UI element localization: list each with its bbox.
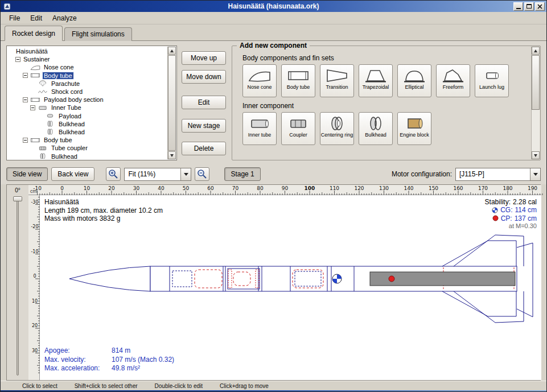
tree-item-bulkhead[interactable]: Bulkhead [8, 128, 167, 136]
design-section: HaisunäätäSustainerNose coneBody tubePar… [1, 41, 546, 164]
zoom-out-button[interactable] [195, 167, 209, 181]
title-bar: Haisunäätä (haisunaata.ork) [1, 1, 546, 12]
add-bulkhead-button[interactable]: Bulkhead [359, 112, 393, 145]
vertical-ruler: -30-20-100102030 [28, 195, 40, 380]
tab-bar: Rocket designFlight simulations [1, 24, 546, 41]
scroll-down-icon[interactable] [168, 151, 176, 159]
tree-item-bulkhead[interactable]: Bulkhead [8, 152, 167, 159]
scroll-down-icon[interactable] [532, 151, 540, 159]
tree-item-bulkhead[interactable]: Bulkhead [8, 120, 167, 128]
add-transition-button[interactable]: Transition [320, 64, 354, 97]
nose-cone-icon [30, 64, 41, 71]
menu-item-analyze[interactable]: Analyze [47, 13, 82, 23]
tree-item-label: Inner Tube [50, 104, 83, 111]
collapse-icon[interactable] [23, 138, 28, 143]
add-launch-lug-button[interactable]: Launch lug [475, 64, 509, 97]
tree-item-label: Bulkhead [50, 153, 79, 159]
add-body-tube-button[interactable]: Body tube [281, 64, 315, 97]
view-toolbar: Side view Back view Fit (11%) Stage 1 Mo… [1, 164, 546, 184]
status-hint: Double-click to edit [155, 383, 203, 389]
collapse-icon[interactable] [23, 73, 28, 78]
zoom-select[interactable]: Fit (11%) [124, 168, 191, 181]
bulkhead-icon [364, 115, 388, 132]
shock-cord-icon [37, 88, 48, 96]
add-panel-scrollbar[interactable] [531, 47, 540, 159]
inner-tube-icon [37, 104, 48, 112]
elliptical-fin-icon [402, 67, 426, 84]
tab-flight-simulations[interactable]: Flight simulations [64, 27, 132, 41]
svg-text:-10: -10 [31, 249, 38, 254]
add-nose-cone-button[interactable]: Nose cone [242, 64, 277, 97]
tree-item-tube-coupler[interactable]: Tube coupler [8, 144, 167, 152]
tab-rocket-design[interactable]: Rocket design [5, 26, 63, 41]
rotation-slider-thumb[interactable] [13, 196, 22, 201]
add-elliptical-button[interactable]: Elliptical [397, 64, 431, 97]
zoom-in-button[interactable] [106, 167, 121, 181]
stage-1-toggle[interactable]: Stage 1 [224, 167, 260, 181]
move-down-button[interactable]: Move down [182, 70, 226, 84]
centering-ring-icon [325, 115, 349, 132]
menu-item-file[interactable]: File [4, 13, 25, 23]
tree-item-shock-cord[interactable]: Shock cord [8, 88, 167, 96]
add-centering-ring-button[interactable]: Centering ring [320, 112, 354, 145]
rotation-angle-label: 0° [7, 185, 28, 195]
nose-cone-icon [248, 67, 272, 84]
rocket-canvas[interactable]: Haisunäätä Length 189 cm, max. diameter … [40, 195, 541, 380]
rocket-length: Length 189 cm, max. diameter 10.2 cm [44, 207, 163, 215]
tree-item-payload-body-section[interactable]: Payload body section [8, 96, 167, 104]
tree-item-inner-tube[interactable]: Inner Tube [8, 104, 167, 112]
tree-item-payload[interactable]: Payload [8, 112, 167, 120]
group-label-body-components-and-fin-sets: Body components and fin sets [242, 54, 527, 62]
svg-text:110: 110 [330, 185, 339, 191]
svg-text:30: 30 [32, 348, 38, 353]
tree-item-label: Bulkhead [57, 121, 86, 127]
tree-item-label: Body tube [43, 72, 73, 79]
tree-scrollbar[interactable] [167, 47, 176, 159]
tree-action-buttons: Move upMove downEditNew stageDelete [182, 46, 226, 160]
collapse-icon[interactable] [15, 57, 20, 62]
body-tube-icon [30, 96, 41, 104]
rotation-slider-track [17, 197, 19, 376]
close-button[interactable] [535, 2, 545, 11]
add-engine-block-button[interactable]: Engine block [397, 112, 431, 145]
tree-item-nose-cone[interactable]: Nose cone [8, 63, 167, 71]
tree-item-parachute[interactable]: Parachute [8, 80, 167, 88]
back-view-button[interactable]: Back view [51, 167, 94, 181]
body-tube-icon [286, 67, 310, 84]
scroll-up-icon[interactable] [168, 47, 176, 55]
collapse-icon[interactable] [23, 97, 28, 102]
body-tube-icon [30, 72, 41, 79]
move-up-button[interactable]: Move up [182, 51, 226, 65]
edit-button[interactable]: Edit [182, 96, 226, 109]
motor-config-select[interactable]: [J115-P] [455, 168, 541, 181]
maximize-button[interactable] [524, 2, 534, 11]
side-view-button[interactable]: Side view [6, 167, 48, 181]
rocket-name: Haisunäätä [44, 198, 163, 207]
collapse-icon[interactable] [30, 105, 35, 110]
coupler-icon [286, 115, 310, 132]
body-tube-icon [30, 137, 41, 144]
scrollbar-thumb[interactable] [168, 55, 176, 151]
svg-text:60: 60 [207, 185, 214, 191]
menu-item-edit[interactable]: Edit [25, 13, 47, 23]
tree-item-haisun-t[interactable]: Haisunäätä [8, 47, 167, 55]
scroll-up-icon[interactable] [532, 47, 540, 55]
add-coupler-button[interactable]: Coupler [281, 112, 315, 145]
tree-item-body-tube[interactable]: Body tube [8, 72, 167, 80]
add-inner-tube-button[interactable]: Inner tube [242, 112, 277, 145]
add-freeform-button[interactable]: Freeform [436, 64, 470, 97]
rocket-mass: Mass with motors 3832 g [44, 214, 163, 223]
tree-item-body-tube[interactable]: Body tube [8, 136, 167, 144]
add-trapezoidal-button[interactable]: Trapezoidal [359, 64, 393, 97]
svg-text:160: 160 [453, 185, 463, 191]
rotation-slider[interactable] [7, 195, 28, 380]
new-stage-button[interactable]: New stage [182, 119, 226, 133]
tree-item-sustainer[interactable]: Sustainer [8, 55, 167, 63]
status-hint: Shift+click to select other [75, 383, 138, 389]
minimize-button[interactable] [513, 2, 523, 11]
motor-config-value: [J115-P] [456, 170, 530, 178]
svg-text:100: 100 [305, 185, 315, 191]
trapezoidal-fin-icon [364, 67, 388, 84]
scrollbar-thumb[interactable] [532, 55, 540, 110]
delete-button[interactable]: Delete [182, 142, 226, 155]
